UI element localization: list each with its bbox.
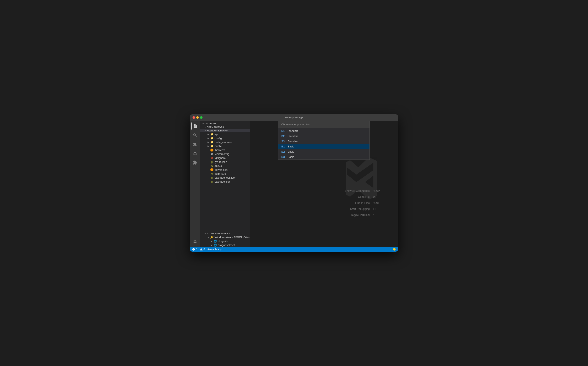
tier-b3-code: B3 — [281, 155, 286, 159]
smiley-icon: 🙂 — [393, 248, 396, 251]
globe-icon: 🌐 — [213, 240, 217, 243]
file-yo-rc-json[interactable]: ▶ {} .yo-rc.json — [200, 160, 250, 164]
go-to-file-label: Go to File — [358, 195, 370, 198]
project-arrow: ▾ — [203, 130, 207, 132]
shortcuts-container: Show All Commands ⇧⌘P Go to File ⌘P Find… — [345, 189, 385, 216]
tier-b3[interactable]: B3 Basic — [279, 154, 369, 160]
azure-site-dragonscloset[interactable]: ▶ 🌐 dragonscloset — [200, 243, 250, 247]
azure-section: ▾ AZURE APP SERVICE ▾ 🔑 Windows Azure MS… — [200, 232, 250, 247]
shortcut-go-to-file: Go to File ⌘P — [345, 195, 385, 198]
folder-config[interactable]: ▶ 📁 config — [200, 136, 250, 140]
traffic-lights — [193, 116, 203, 119]
json-icon: {} — [210, 160, 214, 163]
folder-app[interactable]: ▶ 📁 app — [200, 132, 250, 136]
maximize-button[interactable] — [200, 116, 203, 119]
file-bowerrc[interactable]: ▶ 🟠 .bowerrc — [200, 148, 250, 152]
titlebar: newexpressapp — [190, 114, 398, 121]
public-arrow: ▶ — [207, 145, 210, 147]
folder-icon: 📁 — [210, 141, 214, 144]
js-icon: JS — [210, 165, 214, 167]
tier-s1[interactable]: S1 Standard — [279, 128, 369, 134]
pricing-dropdown[interactable]: Choose your pricing tier. S1 Standard S2… — [278, 121, 370, 160]
bower-json-label: bower.json — [215, 168, 250, 171]
folder-public[interactable]: ▶ 📁 public — [200, 144, 250, 148]
shortcut-start-debugging: Start Debugging F5 — [345, 207, 385, 210]
find-in-files-label: Find in Files — [355, 201, 370, 204]
blog-arrow: ▶ — [210, 240, 213, 242]
tier-s1-code: S1 — [281, 129, 286, 132]
window-title: newexpressapp — [285, 116, 303, 119]
subscription-arrow: ▾ — [207, 236, 210, 238]
explorer-activity-icon[interactable] — [191, 122, 199, 130]
app-js-label: app.js — [215, 164, 250, 168]
app-arrow: ▶ — [207, 133, 210, 135]
editorconfig-label: .editorconfig — [215, 152, 250, 156]
search-activity-icon[interactable] — [191, 131, 199, 139]
errors-status[interactable]: 0 — [192, 248, 197, 251]
key-icon: 🔑 — [210, 236, 214, 239]
yo-rc-json-label: .yo-rc.json — [215, 160, 250, 163]
pricing-placeholder: Choose your pricing tier. — [281, 123, 310, 126]
tier-b2-code: B2 — [281, 150, 286, 153]
bowerrc-label: .bowerrc — [215, 148, 250, 152]
app-label: app — [215, 133, 250, 136]
explorer-header: EXPLORER — [200, 121, 250, 126]
blog-site-label: blog-site — [218, 240, 250, 243]
tier-s2[interactable]: S2 Standard — [279, 134, 369, 139]
warnings-status[interactable]: 0 — [200, 248, 205, 251]
sidebar-top: EXPLORER ▾ OPEN EDITORS ▾ NEWEXPRESSAPP … — [200, 121, 250, 232]
smiley-status[interactable]: 🙂 — [393, 248, 396, 251]
tier-s2-code: S2 — [281, 135, 286, 138]
dragonscloset-label: dragonscloset — [218, 244, 250, 247]
azure-label: AZURE APP SERVICE — [207, 232, 250, 235]
file-gulpfile-js[interactable]: ▶ JS gulpfile.js — [200, 172, 250, 176]
open-editors-section[interactable]: ▾ OPEN EDITORS — [200, 126, 250, 129]
toggle-terminal-label: Toggle Terminal — [351, 213, 370, 216]
subscription-label: Windows Azure MSDN - Visual Studio Ultim… — [215, 236, 250, 239]
toggle-terminal-key: ^` — [373, 213, 385, 216]
gitignore-icon: ⊘ — [210, 156, 214, 160]
globe2-icon: 🌐 — [213, 244, 217, 247]
tier-b3-name: Basic — [287, 155, 294, 159]
dragonscloset-arrow: ▶ — [210, 244, 213, 246]
close-button[interactable] — [193, 116, 195, 119]
tier-s3[interactable]: S3 Standard — [279, 139, 369, 144]
azure-subscription[interactable]: ▾ 🔑 Windows Azure MSDN - Visual Studio U… — [200, 235, 250, 239]
package-lock-json-label: package-lock.json — [215, 176, 250, 179]
tier-b2[interactable]: B2 Basic — [279, 149, 369, 154]
file-editorconfig[interactable]: ▶ ⚙ .editorconfig — [200, 152, 250, 156]
bower-icon: 🟠 — [210, 148, 214, 152]
folder-icon: 📁 — [210, 145, 214, 148]
source-control-activity-icon[interactable] — [191, 141, 199, 148]
file-bower-json[interactable]: ▶ 🟠 bower.json — [200, 168, 250, 172]
settings-activity-icon[interactable] — [191, 238, 199, 245]
azure-section-header[interactable]: ▾ AZURE APP SERVICE — [200, 232, 250, 235]
warning-count: 0 — [204, 248, 205, 251]
project-section[interactable]: ▾ NEWEXPRESSAPP — [200, 129, 250, 132]
azure-arrow: ▾ — [203, 232, 207, 235]
tier-b2-name: Basic — [287, 150, 294, 153]
azure-site-blog[interactable]: ▶ 🌐 blog-site — [200, 239, 250, 243]
package-json-label: package.json — [215, 180, 250, 183]
tier-s3-name: Standard — [287, 140, 299, 143]
file-package-lock-json[interactable]: ▶ {} package-lock.json — [200, 176, 250, 180]
minimize-button[interactable] — [196, 116, 199, 119]
folder-node-modules[interactable]: ▶ 📁 node_modules — [200, 140, 250, 144]
file-package-json[interactable]: ▶ {} package.json — [200, 180, 250, 184]
file-app-js[interactable]: ▶ JS app.js — [200, 164, 250, 168]
gulpfile-js-label: gulpfile.js — [215, 172, 250, 175]
azure-status[interactable]: Azure: brady — [207, 248, 221, 251]
config-label: config — [215, 137, 250, 140]
find-in-files-key: ⇧⌘F — [373, 201, 385, 204]
folder-icon: 📁 — [210, 137, 214, 140]
file-gitignore[interactable]: ▶ ⊘ .gitignore — [200, 156, 250, 160]
tier-s3-code: S3 — [281, 140, 286, 143]
azure-status-label: Azure: brady — [207, 248, 221, 251]
bower-json-icon: 🟠 — [210, 168, 214, 171]
show-all-commands-label: Show All Commands — [345, 189, 370, 192]
debug-activity-icon[interactable] — [191, 150, 199, 157]
package-json-icon: {} — [210, 180, 214, 183]
extensions-activity-icon[interactable] — [191, 159, 199, 166]
tier-b1[interactable]: B1 Basic — [279, 144, 369, 149]
tier-s2-name: Standard — [287, 135, 299, 138]
